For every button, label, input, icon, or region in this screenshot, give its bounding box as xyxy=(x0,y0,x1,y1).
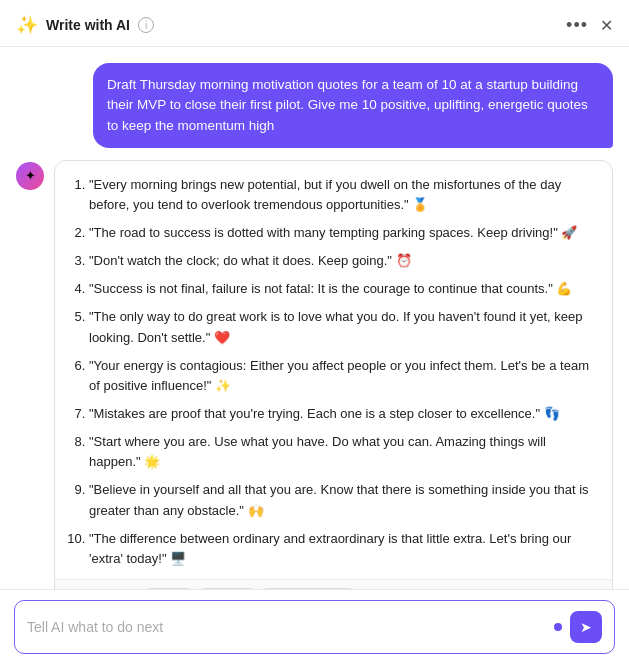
more-options-button[interactable]: ••• xyxy=(566,15,588,36)
list-item: "Your energy is contagious: Either you a… xyxy=(89,356,596,396)
ai-avatar: ✦ xyxy=(16,162,44,190)
ai-star-icon: ✨ xyxy=(16,14,38,36)
ai-content-box: "Every morning brings new potential, but… xyxy=(54,160,613,589)
header: ✨ Write with AI i ••• ✕ xyxy=(0,0,629,47)
list-item: "The road to success is dotted with many… xyxy=(89,223,596,243)
send-arrow-icon: ➤ xyxy=(580,620,592,634)
list-item: "Believe in yourself and all that you ar… xyxy=(89,480,596,520)
list-item: "Success is not final, failure is not fa… xyxy=(89,279,596,299)
close-button[interactable]: ✕ xyxy=(600,16,613,35)
list-item: "Every morning brings new potential, but… xyxy=(89,175,596,215)
ai-list-area: "Every morning brings new potential, but… xyxy=(55,161,612,579)
header-right: ••• ✕ xyxy=(566,15,613,36)
quotes-list: "Every morning brings new potential, but… xyxy=(71,175,596,569)
header-left: ✨ Write with AI i xyxy=(16,14,154,36)
info-icon[interactable]: i xyxy=(138,17,154,33)
list-item: "The difference between ordinary and ext… xyxy=(89,529,596,569)
input-dot-indicator xyxy=(554,623,562,631)
list-item: "Start where you are. Use what you have.… xyxy=(89,432,596,472)
input-wrapper: ➤ xyxy=(14,600,615,654)
list-item: "The only way to do great work is to lov… xyxy=(89,307,596,347)
header-title: Write with AI xyxy=(46,17,130,33)
bottom-input-area: ➤ xyxy=(0,589,629,670)
user-message-bubble: Draft Thursday morning motivation quotes… xyxy=(93,63,613,148)
main-content: Draft Thursday morning motivation quotes… xyxy=(0,47,629,589)
list-item: "Don't watch the clock; do what it does.… xyxy=(89,251,596,271)
action-bar: Insert Edit Copy Regenerate 👍 👎 xyxy=(55,579,612,589)
list-item: "Mistakes are proof that you're trying. … xyxy=(89,404,596,424)
ai-input[interactable] xyxy=(27,619,546,635)
ai-response-area: ✦ "Every morning brings new potential, b… xyxy=(16,160,613,589)
send-button[interactable]: ➤ xyxy=(570,611,602,643)
